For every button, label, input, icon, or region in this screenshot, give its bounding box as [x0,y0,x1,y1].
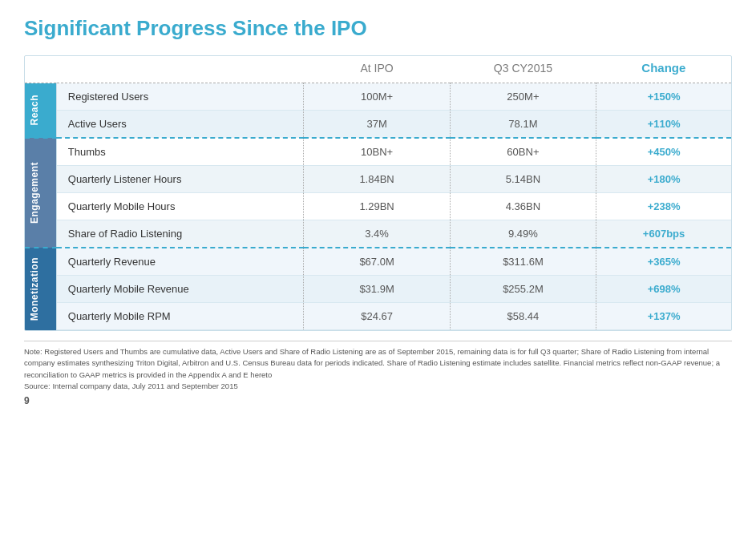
change-value: +607bps [596,220,731,248]
change-col-header: Change [596,56,731,83]
ipo-value: $67.0M [304,248,450,276]
ipo-value: 10BN+ [304,138,450,166]
metric-label: Share of Radio Listening [56,220,304,248]
change-value: +698% [596,276,731,303]
table-row: MonetizationQuarterly Revenue$67.0M$311.… [25,248,731,276]
engagement-side-label: Engagement [25,138,56,248]
page-number: 9 [24,395,732,406]
ipo-value: 100M+ [304,83,450,111]
metric-label: Quarterly Mobile Revenue [56,276,304,303]
q3-value: $311.6M [450,248,596,276]
table-row: Quarterly Listener Hours1.84BN5.14BN+180… [25,166,731,193]
metric-label: Quarterly Mobile RPM [56,303,304,330]
change-value: +110% [596,111,731,139]
change-value: +150% [596,83,731,111]
ipo-value: 1.29BN [304,193,450,220]
q3-value: 9.49% [450,220,596,248]
q3-value: 4.36BN [450,193,596,220]
change-value: +137% [596,303,731,330]
change-value: +450% [596,138,731,166]
ipo-value: 1.84BN [304,166,450,193]
ipo-value: $24.67 [304,303,450,330]
table-row: ReachRegistered Users100M+250M++150% [25,83,731,111]
data-table: At IPO Q3 CY2015 Change ReachRegistered … [25,56,731,330]
table-row: Active Users37M78.1M+110% [25,111,731,139]
q3-value: 60BN+ [450,138,596,166]
table-row: Quarterly Mobile RPM$24.67$58.44+137% [25,303,731,330]
metric-col-header [56,56,304,83]
q3-value: 5.14BN [450,166,596,193]
main-table-container: At IPO Q3 CY2015 Change ReachRegistered … [24,55,732,331]
side-col-header [25,56,56,83]
ipo-value: 37M [304,111,450,139]
ipo-col-header: At IPO [304,56,450,83]
metric-label: Thumbs [56,138,304,166]
q3-value: $58.44 [450,303,596,330]
ipo-value: $31.9M [304,276,450,303]
change-value: +238% [596,193,731,220]
table-header: At IPO Q3 CY2015 Change [25,56,731,83]
q3-value: 78.1M [450,111,596,139]
table-row: Share of Radio Listening3.4%9.49%+607bps [25,220,731,248]
footnote-text: Note: Registered Users and Thumbs are cu… [24,347,720,379]
change-value: +180% [596,166,731,193]
q3-value: $255.2M [450,276,596,303]
change-value: +365% [596,248,731,276]
metric-label: Quarterly Mobile Hours [56,193,304,220]
engagement-label: Engagement [25,155,44,230]
page-title: Significant Progress Since the IPO [24,16,732,41]
reach-label: Reach [25,88,44,132]
ipo-value: 3.4% [304,220,450,248]
metric-label: Quarterly Revenue [56,248,304,276]
table-row: EngagementThumbs10BN+60BN++450% [25,138,731,166]
monetization-side-label: Monetization [25,248,56,330]
metric-label: Registered Users [56,83,304,111]
footnote-section: Note: Registered Users and Thumbs are cu… [24,341,732,392]
source-text: Source: Internal company data, July 2011… [24,382,238,390]
metric-label: Quarterly Listener Hours [56,166,304,193]
metric-label: Active Users [56,111,304,139]
table-row: Quarterly Mobile Revenue$31.9M$255.2M+69… [25,276,731,303]
table-row: Quarterly Mobile Hours1.29BN4.36BN+238% [25,193,731,220]
q3-col-header: Q3 CY2015 [450,56,596,83]
reach-side-label: Reach [25,83,56,139]
q3-value: 250M+ [450,83,596,111]
monetization-label: Monetization [25,251,44,327]
